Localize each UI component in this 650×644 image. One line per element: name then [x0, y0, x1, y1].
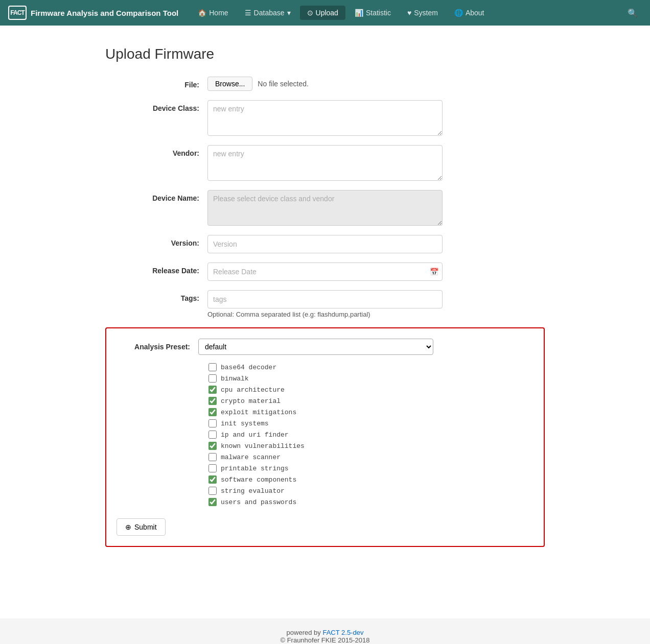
device-class-label: Device Class: [105, 100, 207, 112]
footer: powered by FACT 2.5-dev © Fraunhofer FKI… [0, 618, 650, 644]
checkbox-item-malware-scanner: malware scanner [208, 453, 533, 461]
checkbox-binwalk[interactable] [208, 374, 217, 383]
nav-database[interactable]: ☰ Database ▾ [238, 6, 298, 20]
checkbox-label-exploit-mitigations: exploit mitigations [221, 409, 296, 416]
upload-icon: ⊙ [307, 9, 313, 17]
vendor-label: Vendor: [105, 145, 207, 157]
footer-copyright: © Fraunhofer FKIE 2015-2018 [10, 636, 640, 644]
statistic-icon: 📊 [355, 9, 363, 17]
checkbox-item-exploit-mitigations: exploit mitigations [208, 408, 533, 416]
checkboxes-container: base64 decoderbinwalkcpu architecturecry… [117, 363, 533, 506]
file-label: File: [105, 77, 207, 89]
release-date-wrapper: 📅 [207, 263, 443, 281]
version-label: Version: [105, 235, 207, 247]
checkbox-printable-strings[interactable] [208, 464, 217, 472]
tags-input[interactable] [207, 290, 443, 308]
nav-system[interactable]: ♥ System [400, 6, 445, 20]
checkbox-ip-and-uri-finder[interactable] [208, 431, 217, 439]
checkbox-label-binwalk: binwalk [221, 375, 249, 383]
tags-hint: Optional: Comma separated list (e.g: fla… [207, 311, 443, 318]
nav-upload-label: Upload [316, 9, 338, 17]
home-icon: 🏠 [198, 9, 206, 17]
device-name-group: Device Name: [105, 190, 545, 226]
checkbox-item-init-systems: init systems [208, 419, 533, 427]
nav-links: 🏠 Home ☰ Database ▾ ⊙ Upload 📊 Statistic… [191, 6, 623, 20]
checkbox-label-cpu-architecture: cpu architecture [221, 386, 285, 394]
checkbox-init-systems[interactable] [208, 419, 217, 427]
system-icon: ♥ [407, 9, 411, 17]
nav-brand: FACT Firmware Analysis and Comparison To… [8, 6, 178, 20]
nav-database-label: Database [254, 9, 285, 17]
browse-button[interactable]: Browse... [207, 77, 252, 91]
checkbox-label-base64-decoder: base64 decoder [221, 364, 276, 371]
dropdown-arrow-icon: ▾ [287, 9, 291, 17]
submit-button[interactable]: ⊕ Submit [117, 518, 166, 536]
checkbox-label-ip-and-uri-finder: ip and uri finder [221, 431, 289, 439]
about-icon: 🌐 [454, 9, 463, 17]
release-date-input[interactable] [207, 263, 443, 281]
nav-about[interactable]: 🌐 About [447, 6, 492, 20]
checkbox-item-ip-and-uri-finder: ip and uri finder [208, 431, 533, 439]
file-group: File: Browse... No file selected. [105, 77, 545, 91]
checkbox-label-init-systems: init systems [221, 420, 269, 427]
app-name-link[interactable]: FACT 2.5-dev [322, 629, 363, 636]
nav-system-label: System [414, 9, 438, 17]
nav-statistic[interactable]: 📊 Statistic [347, 6, 398, 20]
checkbox-known-vulnerabilities[interactable] [208, 442, 217, 450]
logo-text: FACT [10, 9, 24, 16]
checkbox-label-string-evaluator: string evaluator [221, 487, 285, 495]
checkbox-item-software-components: software components [208, 475, 533, 484]
checkbox-label-users-and-passwords: users and passwords [221, 498, 296, 506]
checkbox-item-cpu-architecture: cpu architecture [208, 386, 533, 394]
nav-statistic-label: Statistic [366, 9, 391, 17]
checkbox-item-users-and-passwords: users and passwords [208, 498, 533, 506]
nav-about-label: About [466, 9, 484, 17]
navbar: FACT Firmware Analysis and Comparison To… [0, 0, 650, 26]
no-file-text: No file selected. [258, 80, 309, 88]
vendor-group: Vendor: [105, 145, 545, 181]
checkbox-item-base64-decoder: base64 decoder [208, 363, 533, 371]
preset-group: Analysis Preset: default minimal full [117, 339, 533, 355]
checkbox-malware-scanner[interactable] [208, 453, 217, 461]
vendor-input[interactable] [207, 145, 443, 181]
tags-field-wrapper: Optional: Comma separated list (e.g: fla… [207, 290, 443, 318]
checkbox-exploit-mitigations[interactable] [208, 408, 217, 416]
analysis-preset-label: Analysis Preset: [117, 343, 198, 351]
device-class-input[interactable] [207, 100, 443, 136]
release-date-label: Release Date: [105, 263, 207, 275]
tags-group: Tags: Optional: Comma separated list (e.… [105, 290, 545, 318]
checkbox-string-evaluator[interactable] [208, 487, 217, 495]
submit-area: ⊕ Submit [117, 518, 533, 536]
submit-label: Submit [134, 523, 157, 531]
nav-logo: FACT [8, 6, 27, 20]
checkbox-item-known-vulnerabilities: known vulnerabilities [208, 442, 533, 450]
submit-icon: ⊕ [125, 523, 131, 531]
tags-label: Tags: [105, 290, 207, 302]
database-icon: ☰ [245, 9, 251, 17]
checkbox-label-malware-scanner: malware scanner [221, 454, 281, 461]
checkbox-item-printable-strings: printable strings [208, 464, 533, 472]
analysis-preset-box: Analysis Preset: default minimal full ba… [105, 327, 545, 547]
powered-by-text: powered by [287, 629, 321, 636]
checkbox-label-software-components: software components [221, 476, 296, 484]
footer-powered-by: powered by FACT 2.5-dev [10, 629, 640, 636]
checkbox-cpu-architecture[interactable] [208, 386, 217, 394]
checkbox-users-and-passwords[interactable] [208, 498, 217, 506]
nav-home[interactable]: 🏠 Home [191, 6, 235, 20]
version-input[interactable] [207, 235, 443, 253]
checkbox-crypto-material[interactable] [208, 397, 217, 405]
analysis-preset-select[interactable]: default minimal full [198, 339, 433, 355]
checkbox-base64-decoder[interactable] [208, 363, 217, 371]
nav-upload[interactable]: ⊙ Upload [300, 6, 345, 20]
main-content: Upload Firmware File: Browse... No file … [95, 26, 555, 618]
checkbox-label-known-vulnerabilities: known vulnerabilities [221, 442, 305, 450]
checkbox-label-crypto-material: crypto material [221, 397, 281, 405]
page-title: Upload Firmware [105, 46, 545, 62]
device-name-input[interactable] [207, 190, 443, 226]
checkbox-item-string-evaluator: string evaluator [208, 487, 533, 495]
device-class-group: Device Class: [105, 100, 545, 136]
checkbox-item-binwalk: binwalk [208, 374, 533, 383]
search-button[interactable]: 🔍 [623, 6, 642, 20]
checkbox-software-components[interactable] [208, 475, 217, 484]
nav-home-label: Home [209, 9, 228, 17]
